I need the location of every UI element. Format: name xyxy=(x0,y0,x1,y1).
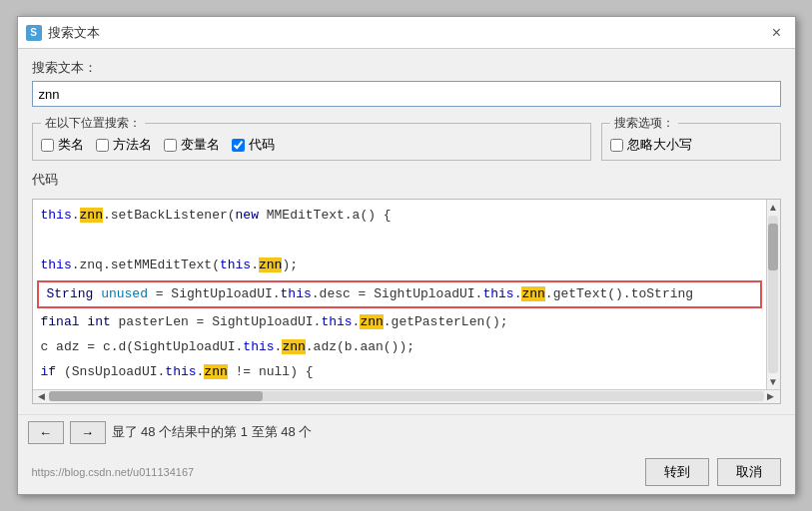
checkbox-varname-input[interactable] xyxy=(164,139,177,152)
kw-this-6: this xyxy=(243,339,274,354)
search-options-group: 搜索选项： 忽略大小写 xyxy=(601,115,781,161)
search-in-legend: 在以下位置搜索： xyxy=(41,115,145,132)
options-row: 在以下位置搜索： 类名 方法名 变量名 xyxy=(32,115,781,161)
kw-this-4a: this xyxy=(281,286,312,301)
dialog-title: 搜索文本 xyxy=(48,24,100,42)
checkbox-ignore-case-label: 忽略大小写 xyxy=(627,136,692,154)
scroll-h-track[interactable] xyxy=(49,391,764,401)
dialog-body: 搜索文本： 在以下位置搜索： 类名 方法名 变 xyxy=(18,49,795,414)
title-bar: S 搜索文本 × xyxy=(18,17,795,49)
search-options-legend: 搜索选项： xyxy=(610,115,678,132)
highlight-znn-3: znn xyxy=(259,257,282,272)
next-button[interactable]: → xyxy=(70,421,106,444)
scroll-right-arrow[interactable]: ▶ xyxy=(764,391,778,401)
code-line-6: c adz = c.d(SightUploadUI.this.znn.adz(b… xyxy=(33,335,766,360)
code-line-4: String unused = SightUploadUI.this.desc … xyxy=(37,280,762,309)
title-bar-left: S 搜索文本 xyxy=(26,24,100,42)
action-buttons-row: https://blog.csdn.net/u011134167 转到 取消 xyxy=(18,450,795,494)
highlight-znn-5: znn xyxy=(360,314,383,329)
close-button[interactable]: × xyxy=(767,23,787,43)
scroll-v-track[interactable] xyxy=(768,216,778,373)
horizontal-scrollbar[interactable]: ◀ ▶ xyxy=(33,389,780,403)
cancel-button[interactable]: 取消 xyxy=(717,458,781,486)
highlight-znn-1: znn xyxy=(80,208,103,223)
scroll-v-thumb xyxy=(768,224,778,270)
goto-button[interactable]: 转到 xyxy=(645,458,709,486)
code-line-2 xyxy=(33,229,766,254)
search-in-group: 在以下位置搜索： 类名 方法名 变量名 xyxy=(32,115,591,161)
search-in-checkboxes: 类名 方法名 变量名 代码 xyxy=(41,136,582,154)
highlight-znn-7: znn xyxy=(204,364,227,379)
highlight-znn-6: znn xyxy=(282,339,305,354)
scroll-h-thumb xyxy=(49,391,264,401)
watermark-text: https://blog.csdn.net/u011134167 xyxy=(32,466,195,478)
code-line-1: this.znn.setBackListener(new MMEditText.… xyxy=(33,204,766,229)
kw-this-3b: this xyxy=(220,257,251,272)
search-input[interactable] xyxy=(32,81,781,107)
checkbox-code-label: 代码 xyxy=(249,136,275,154)
scroll-up-arrow[interactable]: ▲ xyxy=(768,200,778,214)
checkbox-classname-label: 类名 xyxy=(58,136,84,154)
checkbox-ignore-case-input[interactable] xyxy=(610,139,623,152)
code-content[interactable]: this.znn.setBackListener(new MMEditText.… xyxy=(33,200,766,389)
code-scroll-wrapper: this.znn.setBackListener(new MMEditText.… xyxy=(33,200,780,389)
kw-string-4: String xyxy=(47,286,94,301)
scroll-down-arrow[interactable]: ▼ xyxy=(768,375,778,389)
kw-this-5: this xyxy=(321,314,352,329)
code-area: this.znn.setBackListener(new MMEditText.… xyxy=(32,199,781,404)
code-line-3: this.znq.setMMEditText(this.znn); xyxy=(33,254,766,278)
kw-int-5: int xyxy=(87,314,110,329)
checkbox-methodname-input[interactable] xyxy=(96,139,109,152)
checkbox-methodname-label: 方法名 xyxy=(113,136,152,154)
checkbox-varname[interactable]: 变量名 xyxy=(164,136,220,154)
kw-if-7: if xyxy=(41,364,57,379)
vertical-scrollbar[interactable]: ▲ ▼ xyxy=(766,200,780,389)
checkbox-classname-input[interactable] xyxy=(41,139,54,152)
checkbox-varname-label: 变量名 xyxy=(181,136,220,154)
checkbox-methodname[interactable]: 方法名 xyxy=(96,136,152,154)
kw-this-4b: this xyxy=(482,286,513,301)
code-section-label: 代码 xyxy=(32,169,781,191)
checkbox-code[interactable]: 代码 xyxy=(232,136,275,154)
search-field-row: 搜索文本： xyxy=(32,59,781,107)
kw-this-7: this xyxy=(165,364,196,379)
bottom-nav-bar: ← → 显了 48 个结果中的第 1 至第 48 个 xyxy=(18,414,795,450)
kw-this-3a: this xyxy=(41,257,72,272)
code-line-7: if (SnsUploadUI.this.znn != null) { xyxy=(33,360,766,385)
search-status: 显了 48 个结果中的第 1 至第 48 个 xyxy=(112,423,785,441)
kw-unused-4: unused xyxy=(101,286,148,301)
highlight-znn-4: znn xyxy=(521,286,544,301)
dialog-icon: S xyxy=(26,25,42,41)
prev-button[interactable]: ← xyxy=(28,421,64,444)
kw-final-5: final xyxy=(41,314,80,329)
checkbox-code-input[interactable] xyxy=(232,139,245,152)
search-options-checkboxes: 忽略大小写 xyxy=(610,136,772,154)
scroll-left-arrow[interactable]: ◀ xyxy=(35,391,49,401)
search-label: 搜索文本： xyxy=(32,59,781,77)
code-line-5: final int pasterLen = SightUploadUI.this… xyxy=(33,310,766,335)
search-dialog: S 搜索文本 × 搜索文本： 在以下位置搜索： 类名 方法 xyxy=(17,16,796,495)
kw-new-1: new xyxy=(236,208,259,223)
checkbox-ignore-case[interactable]: 忽略大小写 xyxy=(610,136,692,154)
kw-this-1: this xyxy=(41,208,72,223)
checkbox-classname[interactable]: 类名 xyxy=(41,136,84,154)
